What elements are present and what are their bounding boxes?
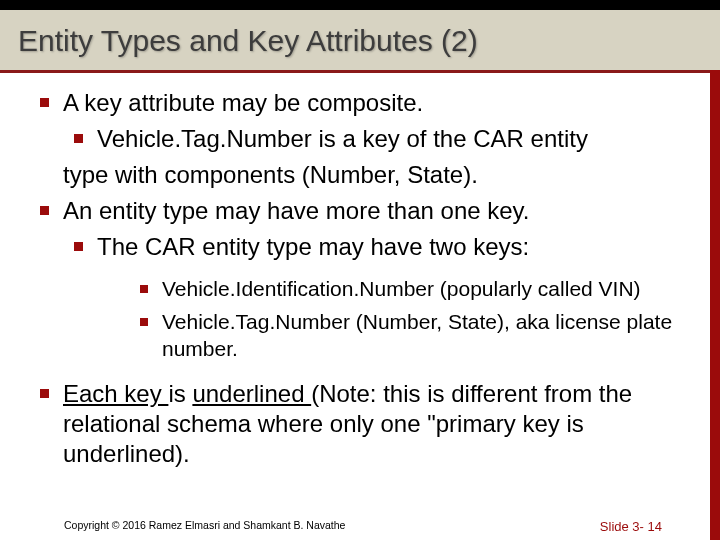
bullet-icon (140, 285, 148, 293)
bullet-icon (74, 134, 83, 143)
title-band: Entity Types and Key Attributes (2) (0, 10, 720, 73)
slide-number: Slide 3- 14 (600, 519, 662, 534)
bullet-text: type with components (Number, State). (63, 160, 478, 190)
bullet-icon (40, 389, 49, 398)
plain-text: is (168, 380, 192, 407)
copyright-text: Copyright © 2016 Ramez Elmasri and Shamk… (64, 519, 345, 534)
level3-group: Vehicle.Identification.Number (popularly… (40, 276, 684, 363)
bullet-text: An entity type may have more than one ke… (63, 196, 529, 226)
top-strip (0, 0, 720, 10)
bullet-2-1: The CAR entity type may have two keys: (74, 232, 684, 262)
underline-text: Each key (63, 380, 168, 407)
bullet-icon (40, 206, 49, 215)
bullet-text: A key attribute may be composite. (63, 88, 423, 118)
bullet-text: Vehicle.Tag.Number (Number, State), aka … (162, 309, 684, 363)
bullet-text: Each key is underlined (Note: this is di… (63, 379, 684, 469)
slide-title: Entity Types and Key Attributes (2) (18, 24, 702, 58)
bullet-1-1: Vehicle.Tag.Number is a key of the CAR e… (74, 124, 684, 154)
underline-text: underlined (192, 380, 311, 407)
bullet-2-1-1: Vehicle.Identification.Number (popularly… (140, 276, 684, 303)
bullet-text: Vehicle.Tag.Number is a key of the CAR e… (97, 124, 588, 154)
bullet-2-1-2: Vehicle.Tag.Number (Number, State), aka … (140, 309, 684, 363)
bullet-icon (40, 98, 49, 107)
bullet-1: A key attribute may be composite. (40, 88, 684, 118)
bullet-1-1-cont: type with components (Number, State). (40, 160, 684, 190)
slide-content: A key attribute may be composite. Vehicl… (0, 70, 720, 540)
bullet-icon (74, 242, 83, 251)
footer: Copyright © 2016 Ramez Elmasri and Shamk… (0, 519, 710, 534)
bullet-text: The CAR entity type may have two keys: (97, 232, 529, 262)
bullet-3: Each key is underlined (Note: this is di… (40, 379, 684, 469)
bullet-text: Vehicle.Identification.Number (popularly… (162, 276, 641, 303)
bullet-icon (140, 318, 148, 326)
bullet-2: An entity type may have more than one ke… (40, 196, 684, 226)
